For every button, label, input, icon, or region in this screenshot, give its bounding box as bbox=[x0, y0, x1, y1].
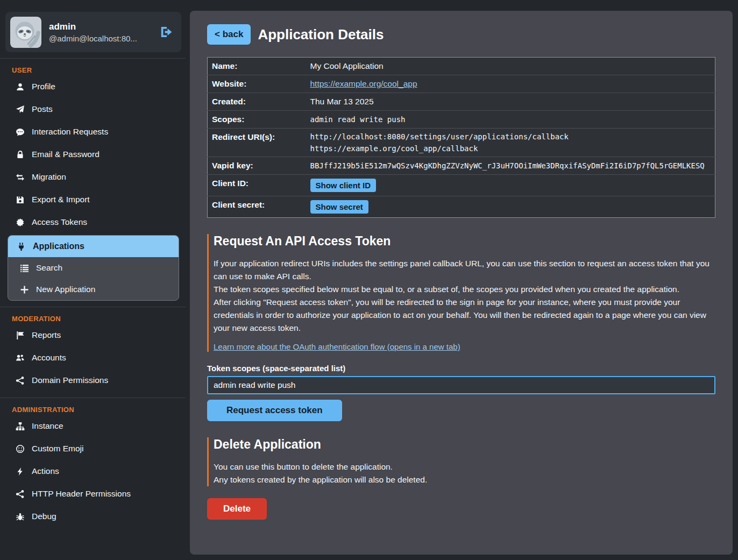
comment-dots-icon bbox=[15, 127, 25, 137]
token-scopes-label: Token scopes (space-separated list) bbox=[207, 364, 715, 373]
sidebar-item-posts[interactable]: Posts bbox=[0, 98, 186, 120]
row-label: Vapid key: bbox=[208, 157, 306, 175]
sidebar-item-label: Debug bbox=[32, 512, 56, 521]
avatar bbox=[10, 17, 41, 48]
delete-line-2: Any tokens created by the application wi… bbox=[214, 473, 715, 486]
sitemap-icon bbox=[15, 421, 25, 431]
sidebar-item-label: Custom Emoji bbox=[32, 444, 83, 453]
token-scopes-input[interactable] bbox=[207, 376, 715, 394]
app-name-value: My Cool Application bbox=[306, 58, 715, 75]
users-icon bbox=[15, 353, 25, 363]
sidebar-item-instance[interactable]: Instance bbox=[0, 415, 186, 437]
share-nodes-icon bbox=[15, 375, 25, 385]
sidebar-item-interaction-requests[interactable]: Interaction Requests bbox=[0, 120, 186, 143]
table-row: Client ID: Show client ID bbox=[208, 175, 715, 196]
sidebar-item-email-password[interactable]: Email & Password bbox=[0, 143, 186, 166]
sidebar-item-applications[interactable]: Applications bbox=[8, 236, 179, 257]
floppy-disk-icon bbox=[15, 195, 25, 204]
request-token-heading: Request An API Access Token bbox=[214, 234, 715, 249]
sidebar-item-access-tokens[interactable]: Access Tokens bbox=[0, 211, 186, 233]
delete-bordered-block: Delete Application You can use this butt… bbox=[207, 437, 715, 486]
redirect-uri-2: https://example.org/cool_app/callback bbox=[310, 144, 711, 153]
sidebar-item-applications-search[interactable]: Search bbox=[8, 257, 179, 279]
sidebar-item-accounts[interactable]: Accounts bbox=[0, 346, 186, 369]
sidebar-item-export-import[interactable]: Export & Import bbox=[0, 188, 186, 211]
sidebar-item-applications-new[interactable]: New Application bbox=[8, 279, 179, 300]
sidebar-item-label: Access Tokens bbox=[32, 217, 87, 227]
sidebar-item-http-header-permissions[interactable]: HTTP Header Permissions bbox=[0, 483, 186, 505]
sign-out-icon[interactable] bbox=[159, 25, 174, 39]
oauth-docs-link[interactable]: Learn more about the OAuth authenticatio… bbox=[214, 342, 460, 351]
sidebar-item-profile[interactable]: Profile bbox=[0, 75, 186, 98]
sidebar: admin @admin@localhost:80... USER Profil… bbox=[0, 0, 186, 560]
sidebar-item-label: Migration bbox=[32, 172, 66, 182]
website-link[interactable]: https://example.org/cool_app bbox=[310, 79, 417, 88]
sidebar-item-debug[interactable]: Debug bbox=[0, 505, 186, 528]
table-row: Name: My Cool Application bbox=[208, 58, 715, 75]
sidebar-item-label: Actions bbox=[32, 466, 59, 476]
delete-application-section: Delete Application You can use this butt… bbox=[207, 437, 715, 520]
share-nodes-icon bbox=[15, 489, 25, 499]
sidebar-item-actions[interactable]: Actions bbox=[0, 460, 186, 483]
table-row: Client secret: Show secret bbox=[208, 196, 715, 218]
back-button[interactable]: < back bbox=[207, 24, 251, 45]
user-names: admin @admin@localhost:80... bbox=[49, 22, 152, 43]
display-name: admin bbox=[49, 22, 152, 32]
main-panel: < back Application Details Name: My Cool… bbox=[190, 11, 733, 555]
delete-heading: Delete Application bbox=[214, 437, 715, 452]
sidebar-item-reports[interactable]: Reports bbox=[0, 324, 186, 346]
smiley-icon bbox=[15, 444, 25, 453]
page-header: < back Application Details bbox=[207, 24, 715, 45]
list-icon bbox=[20, 264, 29, 273]
sidebar-item-label: Profile bbox=[32, 82, 55, 91]
sidebar-item-label: Search bbox=[36, 263, 62, 273]
page-title: Application Details bbox=[258, 26, 384, 43]
sidebar-item-label: New Application bbox=[36, 285, 95, 294]
username: @admin@localhost:80... bbox=[49, 34, 152, 43]
bug-icon bbox=[15, 512, 25, 521]
table-row: Website: https://example.org/cool_app bbox=[208, 75, 715, 93]
sidebar-item-label: Reports bbox=[32, 330, 61, 340]
sidebar-item-label: Interaction Requests bbox=[32, 127, 108, 137]
vapid-key-value: BBJffJ219b5iE512m7wQSzv4KgKDhgZZVzNyWC_r… bbox=[306, 157, 715, 175]
sidebar-item-label: Applications bbox=[33, 242, 84, 251]
redirect-uris-value: http://localhost:8080/settings/user/appl… bbox=[306, 129, 715, 157]
sidebar-item-domain-permissions[interactable]: Domain Permissions bbox=[0, 369, 186, 392]
show-secret-button[interactable]: Show secret bbox=[310, 200, 368, 214]
sidebar-item-label: Instance bbox=[32, 421, 63, 431]
request-token-bordered-block: Request An API Access Token If your appl… bbox=[207, 234, 715, 352]
created-value: Thu Mar 13 2025 bbox=[306, 93, 715, 111]
request-token-section: Request An API Access Token If your appl… bbox=[207, 234, 715, 421]
row-label: Client ID: bbox=[208, 175, 306, 196]
sidebar-item-label: Posts bbox=[32, 104, 53, 114]
request-token-para-1: If your application redirect URIs includ… bbox=[214, 257, 715, 283]
delete-line-1: You can use this button to delete the ap… bbox=[214, 460, 715, 473]
show-client-id-button[interactable]: Show client ID bbox=[310, 179, 377, 192]
certificate-icon bbox=[15, 217, 25, 227]
table-row: Redirect URI(s): http://localhost:8080/s… bbox=[208, 129, 715, 157]
sidebar-item-label: Domain Permissions bbox=[32, 375, 108, 385]
applications-block: Applications Search New Application bbox=[8, 235, 179, 301]
arrows-left-right-icon bbox=[15, 172, 25, 182]
delete-button[interactable]: Delete bbox=[207, 498, 267, 520]
paper-plane-icon bbox=[15, 104, 25, 114]
row-label: Redirect URI(s): bbox=[208, 129, 306, 157]
row-label: Client secret: bbox=[208, 196, 306, 218]
sidebar-item-label: Export & Import bbox=[32, 195, 90, 204]
row-label: Scopes: bbox=[208, 111, 306, 129]
sidebar-item-migration[interactable]: Migration bbox=[0, 166, 186, 188]
row-label: Website: bbox=[208, 75, 306, 93]
bolt-icon bbox=[15, 466, 25, 476]
sidebar-item-label: Accounts bbox=[32, 353, 66, 363]
user-icon bbox=[15, 82, 25, 91]
request-access-token-button[interactable]: Request access token bbox=[207, 400, 342, 421]
scopes-value: admin read write push bbox=[306, 111, 715, 129]
plus-icon bbox=[20, 285, 29, 294]
request-token-para-2: The token scopes specified below must be… bbox=[214, 283, 715, 296]
flag-icon bbox=[15, 330, 25, 340]
sidebar-item-custom-emoji[interactable]: Custom Emoji bbox=[0, 437, 186, 460]
user-card: admin @admin@localhost:80... bbox=[5, 12, 181, 52]
sidebar-item-label: HTTP Header Permissions bbox=[32, 489, 131, 499]
table-row: Created: Thu Mar 13 2025 bbox=[208, 93, 715, 111]
lock-icon bbox=[15, 150, 25, 159]
